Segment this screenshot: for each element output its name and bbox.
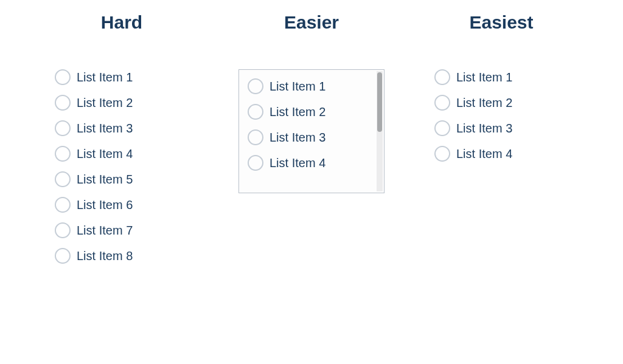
list-item-label: List Item 2	[270, 105, 325, 119]
column-easier: Easier List Item 1 List Item 2 List Item…	[226, 12, 397, 273]
list-item[interactable]: List Item 3	[248, 129, 325, 145]
list-item-label: List Item 4	[77, 147, 133, 161]
heading-easiest: Easiest	[469, 12, 533, 33]
radio-icon[interactable]	[248, 78, 263, 94]
radio-icon[interactable]	[434, 146, 450, 162]
radio-icon[interactable]	[55, 146, 71, 162]
list-item[interactable]: List Item 2	[434, 95, 512, 111]
list-item-label: List Item 1	[456, 70, 512, 84]
scroll-list-easier[interactable]: List Item 1 List Item 2 List Item 3 List…	[238, 69, 385, 193]
list-item-label: List Item 1	[77, 70, 133, 84]
list-item-label: List Item 3	[456, 122, 512, 136]
list-item[interactable]: List Item 4	[434, 146, 512, 162]
list-hard: List Item 1 List Item 2 List Item 3 List…	[37, 69, 207, 273]
list-item[interactable]: List Item 1	[248, 78, 325, 94]
list-item-label: List Item 3	[270, 131, 325, 145]
list-item[interactable]: List Item 1	[434, 69, 512, 85]
radio-icon[interactable]	[434, 95, 450, 111]
radio-icon[interactable]	[248, 129, 263, 145]
list-item[interactable]: List Item 2	[55, 95, 133, 111]
list-item[interactable]: List Item 5	[55, 171, 133, 187]
list-item-label: List Item 2	[77, 96, 133, 110]
scrollbar-thumb[interactable]	[377, 72, 382, 132]
list-item-label: List Item 2	[456, 96, 512, 110]
radio-icon[interactable]	[55, 69, 71, 85]
radio-icon[interactable]	[55, 248, 71, 264]
radio-icon[interactable]	[55, 95, 71, 111]
list-item-label: List Item 1	[270, 80, 325, 94]
radio-icon[interactable]	[248, 104, 263, 120]
radio-icon[interactable]	[55, 222, 71, 238]
radio-icon[interactable]	[434, 120, 450, 136]
list-item[interactable]: List Item 4	[55, 146, 133, 162]
comparison-container: Hard List Item 1 List Item 2 List Item 3…	[0, 0, 623, 273]
heading-easier: Easier	[284, 12, 339, 33]
radio-icon[interactable]	[434, 69, 450, 85]
list-item[interactable]: List Item 2	[248, 104, 325, 120]
list-item[interactable]: List Item 8	[55, 248, 133, 264]
list-item[interactable]: List Item 4	[248, 155, 325, 171]
list-item-label: List Item 5	[77, 173, 133, 187]
list-item[interactable]: List Item 3	[434, 120, 512, 136]
column-easiest: Easiest List Item 1 List Item 2 List Ite…	[416, 12, 586, 273]
radio-icon[interactable]	[55, 171, 71, 187]
list-item[interactable]: List Item 1	[55, 69, 133, 85]
list-item-label: List Item 4	[270, 156, 325, 170]
radio-icon[interactable]	[55, 120, 71, 136]
list-item-label: List Item 3	[77, 122, 133, 136]
list-item[interactable]: List Item 6	[55, 197, 133, 213]
list-item-label: List Item 4	[456, 147, 512, 161]
column-hard: Hard List Item 1 List Item 2 List Item 3…	[37, 12, 207, 273]
heading-hard: Hard	[101, 12, 142, 33]
radio-icon[interactable]	[55, 197, 71, 213]
radio-icon[interactable]	[248, 155, 263, 171]
list-item-label: List Item 6	[77, 198, 133, 212]
list-item[interactable]: List Item 3	[55, 120, 133, 136]
list-item-label: List Item 7	[77, 224, 133, 238]
list-item[interactable]: List Item 7	[55, 222, 133, 238]
list-easiest: List Item 1 List Item 2 List Item 3 List…	[416, 69, 586, 171]
list-item-label: List Item 8	[77, 249, 133, 263]
